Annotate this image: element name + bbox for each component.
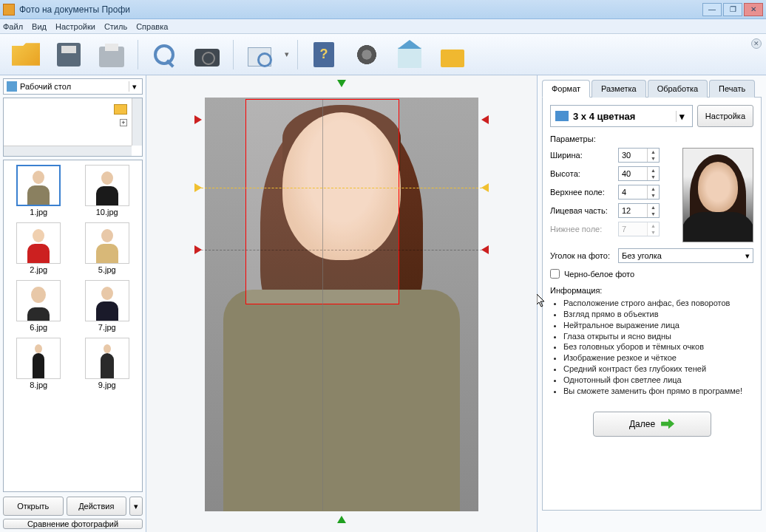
chevron-down-icon[interactable]: ▾ [745, 251, 750, 261]
horizontal-scrollbar[interactable] [4, 146, 132, 156]
face-part-input[interactable] [619, 204, 647, 217]
configure-button[interactable]: Настройка [697, 105, 753, 127]
down-arrow-icon[interactable]: ▼ [648, 155, 659, 162]
crop-top-marker-left-icon[interactable] [194, 115, 202, 124]
close-button[interactable]: ✕ [744, 3, 763, 16]
info-item: Без головных уборов и тёмных очков [563, 341, 753, 352]
photo-search-icon [248, 47, 271, 66]
printer-icon [99, 47, 124, 67]
info-item: Расположение строго анфас, без поворотов [563, 298, 753, 309]
thumbnail-item[interactable]: 7.jpg [77, 280, 138, 332]
info-item: Однотонный фон светлее лица [563, 375, 753, 386]
thumbnail-item[interactable]: 10.jpg [77, 165, 138, 216]
thumbnail-item[interactable]: 8.jpg [8, 338, 70, 389]
tab-processing[interactable]: Обработка [648, 80, 708, 98]
chevron-down-icon[interactable]: ▾ [676, 111, 688, 122]
up-arrow-icon[interactable]: ▲ [648, 149, 659, 155]
height-spinner[interactable]: ▲▼ [618, 166, 660, 181]
next-label: Далее [629, 419, 655, 429]
top-marker-icon[interactable] [337, 80, 346, 87]
menu-file[interactable]: Файл [3, 22, 23, 31]
info-item: Взгляд прямо в объектив [563, 309, 753, 320]
chin-marker-left-icon[interactable] [194, 245, 202, 254]
tab-body-format: 3 x 4 цветная ▾ Настройка Параметры: Шир… [542, 97, 762, 511]
toolbar-close-icon[interactable]: ✕ [751, 38, 762, 49]
thumbnail-item[interactable]: 9.jpg [77, 338, 138, 389]
bottom-marker-icon[interactable] [337, 516, 346, 523]
camera-button[interactable] [187, 37, 227, 72]
maximize-button[interactable]: ❐ [723, 3, 742, 16]
height-input[interactable] [619, 167, 647, 180]
folder-icon[interactable] [114, 104, 127, 115]
tab-markup[interactable]: Разметка [592, 80, 646, 98]
up-arrow-icon[interactable]: ▲ [648, 185, 659, 192]
width-input[interactable] [619, 149, 647, 162]
up-arrow-icon[interactable]: ▲ [648, 204, 659, 211]
crop-top-marker-right-icon[interactable] [481, 115, 489, 124]
bottom-margin-label: Нижнее поле: [550, 225, 618, 233]
down-arrow-icon[interactable]: ▼ [648, 192, 659, 199]
bottom-margin-spinner: ▲▼ [618, 222, 660, 236]
bottom-margin-input [619, 222, 647, 236]
help-button[interactable] [304, 37, 344, 72]
path-selector[interactable]: Рабочий стол ▾ [3, 78, 143, 95]
format-preset-select[interactable]: 3 x 4 цветная ▾ [550, 105, 693, 127]
menubar: Файл Вид Настройки Стиль Справка [0, 19, 766, 34]
arrow-right-icon [661, 419, 674, 429]
camera-icon [194, 49, 220, 66]
folder-tree[interactable]: + [3, 98, 143, 157]
crop-rectangle[interactable] [245, 99, 399, 304]
vertical-scrollbar[interactable] [132, 98, 142, 146]
thumbnail-item[interactable]: 5.jpg [77, 222, 138, 274]
info-heading: Информация: [550, 286, 753, 295]
bw-checkbox[interactable] [550, 269, 560, 279]
face-part-spinner[interactable]: ▲▼ [618, 203, 660, 218]
top-margin-input[interactable] [619, 185, 647, 199]
width-spinner[interactable]: ▲▼ [618, 148, 660, 163]
info-list: Расположение строго анфас, без поворотов… [550, 298, 753, 397]
info-item: Нейтральное выражение лица [563, 320, 753, 331]
info-item: Глаза открыты и ясно видны [563, 331, 753, 342]
zoom-button[interactable] [144, 37, 184, 72]
next-button[interactable]: Далее [593, 412, 711, 437]
compare-button[interactable]: Сравнение фотографий [3, 519, 143, 529]
top-margin-spinner[interactable]: ▲▼ [618, 185, 660, 200]
dropdown-arrow-icon[interactable]: ▾ [282, 50, 291, 59]
print-button[interactable] [92, 37, 132, 72]
chin-guideline [197, 250, 486, 250]
up-arrow-icon[interactable]: ▲ [648, 167, 659, 174]
corner-select[interactable]: Без уголка ▾ [618, 248, 753, 263]
info-item: Изображение резкое и чёткое [563, 352, 753, 364]
chin-marker-right-icon[interactable] [481, 245, 489, 254]
open-button[interactable] [6, 37, 46, 72]
eye-marker-left-icon[interactable] [194, 183, 202, 192]
actions-dropdown-button[interactable]: ▾ [129, 497, 143, 516]
chevron-down-icon[interactable]: ▾ [129, 81, 139, 92]
home-button[interactable] [390, 37, 430, 72]
menu-style[interactable]: Стиль [104, 22, 127, 31]
menu-view[interactable]: Вид [32, 22, 47, 31]
thumbnail-item[interactable]: 2.jpg [8, 222, 70, 274]
video-button[interactable] [347, 37, 387, 72]
menu-settings[interactable]: Настройки [55, 22, 95, 31]
menu-help[interactable]: Справка [136, 22, 168, 31]
actions-button[interactable]: Действия [67, 497, 127, 516]
open-file-button[interactable]: Открыть [3, 497, 64, 516]
info-item: Средний контраст без глубоких теней [563, 364, 753, 375]
titlebar: Фото на документы Профи — ❐ ✕ [0, 0, 766, 19]
down-arrow-icon[interactable]: ▼ [648, 174, 659, 180]
save-icon [57, 43, 81, 66]
photo-icon [555, 111, 569, 121]
eye-marker-right-icon[interactable] [481, 183, 489, 192]
tab-print[interactable]: Печать [709, 80, 755, 98]
minimize-button[interactable]: — [702, 3, 722, 16]
thumbnail-item[interactable]: 6.jpg [8, 280, 70, 332]
shop-button[interactable] [433, 37, 472, 72]
thumbnail-item[interactable]: 1.jpg [8, 165, 70, 216]
photo-search-button[interactable] [240, 37, 279, 72]
expand-icon[interactable]: + [120, 119, 127, 126]
photo-canvas[interactable] [205, 98, 478, 511]
tab-format[interactable]: Формат [542, 80, 590, 98]
down-arrow-icon[interactable]: ▼ [648, 211, 659, 217]
save-button[interactable] [49, 37, 89, 72]
